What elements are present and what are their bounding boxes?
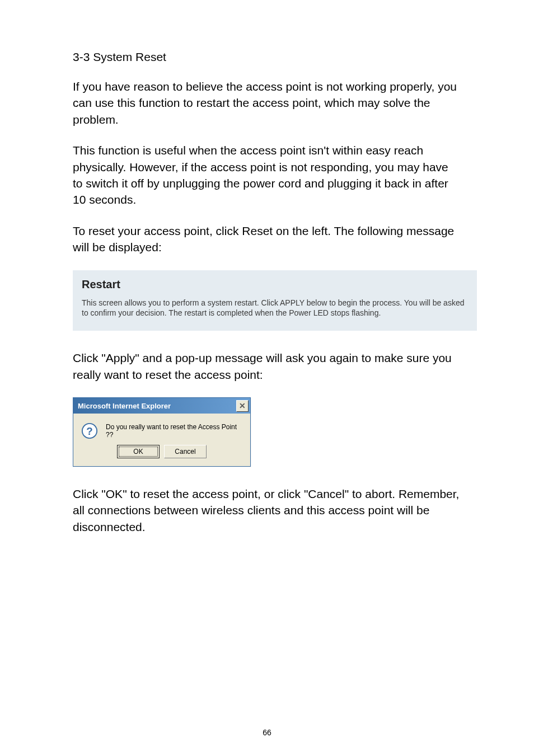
restart-body: This screen allows you to perform a syst… [82,298,468,319]
cancel-button[interactable]: Cancel [164,445,207,458]
restart-panel: Restart This screen allows you to perfor… [73,270,477,331]
restart-title: Restart [82,278,468,291]
dialog-buttons: OK Cancel [73,445,250,466]
question-icon: ? [81,422,98,439]
paragraph-1: If you have reason to believe the access… [73,78,461,128]
ok-button[interactable]: OK [117,445,160,458]
dialog-message: Do you really want to reset the Access P… [106,423,242,439]
svg-text:?: ? [86,425,92,437]
paragraph-2: This function is useful when the access … [73,142,461,208]
dialog-titlebar: Microsoft Internet Explorer ✕ [73,398,250,414]
paragraph-3: To reset your access point, click Reset … [73,223,461,256]
dialog-title: Microsoft Internet Explorer [78,402,171,410]
confirm-dialog: Microsoft Internet Explorer ✕ ? Do you r… [73,397,251,467]
section-heading: 3-3 System Reset [73,50,461,64]
paragraph-4: Click "Apply" and a pop-up message will … [73,350,461,383]
close-icon[interactable]: ✕ [236,400,249,412]
paragraph-5: Click "OK" to reset the access point, or… [73,486,461,535]
dialog-body: ? Do you really want to reset the Access… [73,414,250,445]
page-number: 66 [0,728,534,737]
